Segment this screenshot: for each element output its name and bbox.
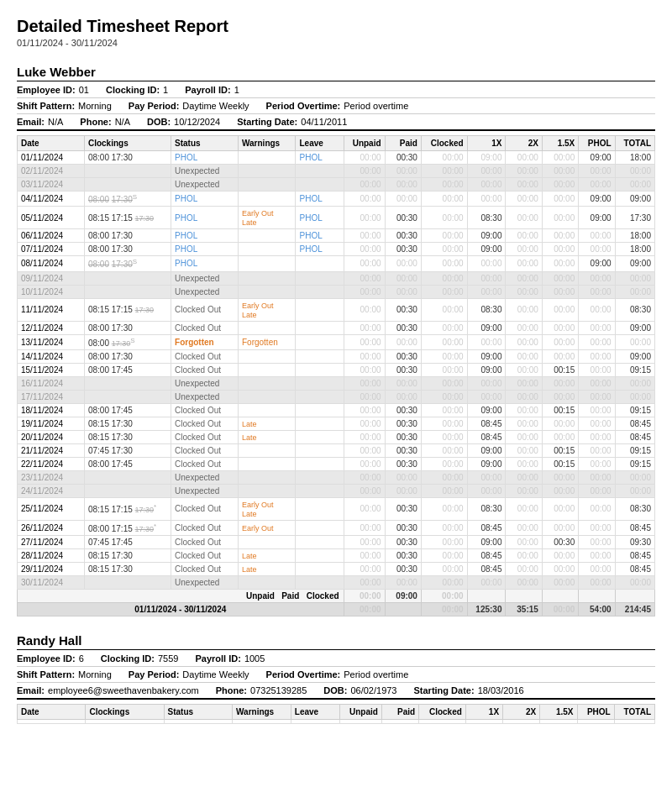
- 15x-cell: 00:00: [542, 321, 578, 334]
- 1x-cell: 00:00: [467, 256, 506, 271]
- clocking-id-randy: Clocking ID: 7559: [101, 653, 179, 664]
- 2x-cell: 00:00: [506, 549, 542, 563]
- date-cell: 09/11/2024: [18, 271, 85, 285]
- paid-cell: 00:30: [385, 349, 421, 363]
- table-row: 15/11/2024 08:00 17:45 Clocked Out 00:00…: [18, 363, 655, 376]
- date-cell: [18, 720, 86, 724]
- table-row: 16/11/2024 Unexpected 00:00 00:00 00:00 …: [18, 376, 655, 390]
- clockings-cell: 08:00 17:30: [84, 243, 171, 256]
- paid-cell: 00:00: [385, 285, 421, 298]
- pay-period-randy: Pay Period: Daytime Weekly: [129, 669, 249, 679]
- table-row: 18/11/2024 08:00 17:45 Clocked Out 00:00…: [18, 403, 655, 417]
- col-header-status: Status: [171, 136, 239, 151]
- date-cell: 17/11/2024: [18, 390, 85, 403]
- warnings-cell: [238, 536, 296, 549]
- total-cell: 17:30: [615, 207, 654, 229]
- report-title: Detailed Timesheet Report: [17, 17, 655, 36]
- 1x-cell: 09:00: [467, 151, 506, 165]
- period-summary-row: 01/11/2024 - 30/11/2024 00:00 00:00 125:…: [18, 603, 655, 616]
- status-cell: Forgotten: [171, 334, 239, 349]
- col-header-phol-r: PHOL: [577, 705, 614, 720]
- table-row: 25/11/2024 08:15 17:15 17:30* Clocked Ou…: [18, 497, 655, 520]
- 1x-cell: 09:00: [467, 457, 506, 470]
- clocked-cell: 00:00: [421, 229, 467, 243]
- clocked-cell: 00:00: [421, 484, 467, 497]
- dob-field: DOB: 10/12/2024: [147, 117, 220, 127]
- table-row: 07/11/2024 08:00 17:30 PHOL PHOL 00:00 0…: [18, 243, 655, 256]
- total-cell: 00:00: [615, 334, 654, 349]
- clockings-cell: [84, 376, 171, 390]
- 15x-cell: 00:00: [542, 563, 578, 576]
- leave-cell: [296, 576, 344, 590]
- 1x-cell: 00:00: [467, 178, 506, 192]
- col-header-date-r: Date: [18, 705, 86, 720]
- 1x-cell: 00:00: [467, 470, 506, 484]
- summary-unpaid: 00:00: [344, 603, 385, 616]
- status-cell: Clocked Out: [171, 417, 239, 430]
- emp-id-randy: Employee ID: 6: [17, 653, 84, 664]
- phol-cell: 09:00: [579, 192, 615, 207]
- phol-cell: 00:00: [579, 229, 615, 243]
- employee-section-randy: Randy Hall Employee ID: 6 Clocking ID: 7…: [17, 633, 655, 724]
- warnings-cell: [238, 178, 296, 192]
- status-cell: Clocked Out: [171, 430, 239, 443]
- col-header-leave-r: Leave: [291, 705, 339, 720]
- starting-date-field: Starting Date: 04/11/2011: [237, 117, 347, 127]
- warnings-cell: Early OutLate: [238, 298, 296, 321]
- employee-meta-luke: Employee ID: 01 Clocking ID: 1 Payroll I…: [17, 85, 655, 95]
- warnings-cell: Late: [238, 563, 296, 576]
- 1x-cell: 00:00: [467, 165, 506, 178]
- clockings-cell: 07:45 17:30: [84, 443, 171, 457]
- paid-cell: 00:00: [385, 470, 421, 484]
- col-header-date: Date: [18, 136, 85, 151]
- 1x-cell: 00:00: [467, 285, 506, 298]
- 2x-cell: 00:00: [506, 443, 542, 457]
- unpaid-cell: 00:00: [344, 321, 385, 334]
- paid-cell: 00:30: [385, 536, 421, 549]
- clocked-cell: 00:00: [421, 207, 467, 229]
- unpaid-cell: 00:00: [344, 243, 385, 256]
- 1x-cell: 00:00: [467, 376, 506, 390]
- date-cell: 27/11/2024: [18, 536, 85, 549]
- col-header-unpaid: Unpaid: [344, 136, 385, 151]
- date-cell: 12/11/2024: [18, 321, 85, 334]
- warnings-cell: [238, 151, 296, 165]
- clockings-cell: [86, 720, 164, 724]
- total-cell: 00:00: [615, 470, 654, 484]
- 2x-cell: 00:00: [506, 178, 542, 192]
- paid-cell: 00:30: [385, 417, 421, 430]
- leave-cell: [296, 403, 344, 417]
- total-cell: 09:00: [615, 256, 654, 271]
- contact-info-luke: Email: N/A Phone: N/A DOB: 10/12/2024 St…: [17, 113, 655, 131]
- paid-cell: 00:00: [385, 376, 421, 390]
- col-header-clockings: Clockings: [84, 136, 171, 151]
- unpaid-cell: 00:00: [344, 334, 385, 349]
- table-row: 14/11/2024 08:00 17:30 Clocked Out 00:00…: [18, 349, 655, 363]
- warnings-cell: Forgotten: [238, 334, 296, 349]
- col-header-15x: 1.5X: [542, 136, 578, 151]
- clocked-cell: 00:00: [421, 285, 467, 298]
- clocked-cell: 00:00: [421, 417, 467, 430]
- status-cell: Clocked Out: [171, 520, 239, 535]
- unpaid-cell: 00:00: [344, 349, 385, 363]
- warnings-cell: [238, 165, 296, 178]
- 2x-cell: 00:00: [506, 298, 542, 321]
- clockings-cell: [84, 470, 171, 484]
- leave-cell: [296, 349, 344, 363]
- col-header-warnings: Warnings: [238, 136, 296, 151]
- leave-cell: [296, 256, 344, 271]
- warnings-cell: [238, 457, 296, 470]
- 2x-cell: 00:00: [506, 376, 542, 390]
- clocked-cell: 00:00: [421, 349, 467, 363]
- unpaid-cell: 00:00: [344, 271, 385, 285]
- total-cell: 09:00: [615, 349, 654, 363]
- clocked-cell: [419, 720, 466, 724]
- 15x-cell: 00:00: [542, 207, 578, 229]
- 2x-cell: 00:00: [506, 403, 542, 417]
- phol-cell: [577, 720, 614, 724]
- status-cell: Clocked Out: [171, 321, 239, 334]
- paid-cell: 00:00: [385, 192, 421, 207]
- warnings-cell: Early OutLate: [238, 497, 296, 520]
- col-header-total-r: TOTAL: [614, 705, 654, 720]
- totals-summary-row: Unpaid Paid Clocked 00:00 09:00 00:00: [18, 590, 655, 603]
